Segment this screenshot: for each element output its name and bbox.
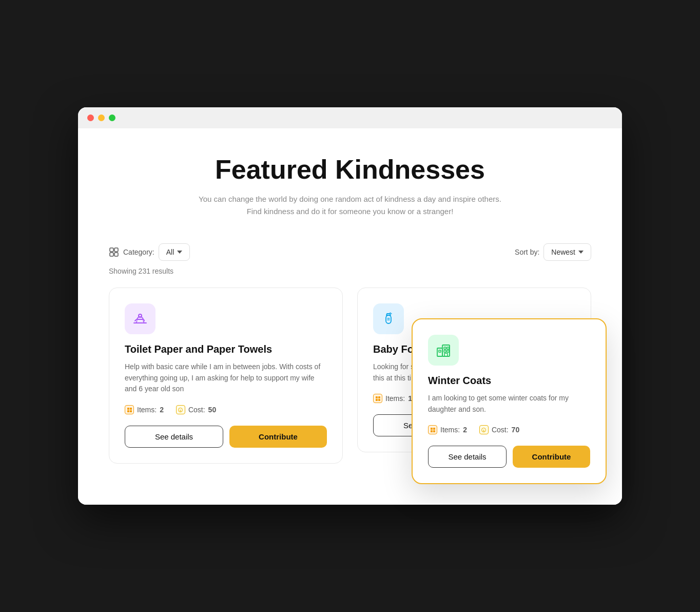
svg-rect-29 bbox=[433, 430, 435, 432]
card-title-1: Toilet Paper and Paper Towels bbox=[125, 343, 327, 355]
traffic-light-red[interactable] bbox=[87, 114, 94, 121]
category-select[interactable]: All bbox=[159, 243, 190, 261]
results-count: Showing 231 results bbox=[109, 267, 591, 275]
sort-label: Sort by: bbox=[515, 248, 539, 256]
details-button-1[interactable]: See details bbox=[125, 426, 223, 448]
cost-icon-3: $ bbox=[479, 425, 489, 434]
card-icon-wrapper-1 bbox=[125, 303, 155, 334]
svg-rect-27 bbox=[433, 428, 435, 430]
items-meta-2: Items: 1 bbox=[373, 394, 412, 403]
page-subtitle: You can change the world by doing one ra… bbox=[109, 193, 591, 218]
svg-rect-6 bbox=[130, 408, 132, 410]
card-toilet-paper: Toilet Paper and Paper Towels Help with … bbox=[109, 288, 343, 464]
cost-meta-1: $ Cost: 50 bbox=[176, 405, 216, 414]
items-meta-1: Items: 2 bbox=[125, 405, 164, 414]
browser-titlebar bbox=[78, 107, 622, 128]
svg-rect-14 bbox=[376, 399, 378, 401]
card-actions-1: See details Contribute bbox=[125, 426, 327, 448]
svg-rect-26 bbox=[431, 428, 433, 430]
category-chevron-icon bbox=[177, 251, 182, 254]
svg-rect-7 bbox=[127, 410, 129, 412]
card-description-1: Help with basic care while I am in betwe… bbox=[125, 361, 327, 395]
svg-rect-15 bbox=[378, 399, 380, 401]
contribute-button-1[interactable]: Contribute bbox=[229, 426, 327, 448]
category-icon bbox=[109, 247, 119, 257]
traffic-light-green[interactable] bbox=[109, 114, 115, 121]
svg-point-4 bbox=[139, 314, 142, 317]
svg-rect-2 bbox=[110, 253, 113, 256]
svg-rect-21 bbox=[444, 347, 446, 349]
category-filter: Category: All bbox=[109, 243, 190, 261]
svg-rect-12 bbox=[376, 396, 378, 398]
card-description-3: I am looking to get some winter coats fo… bbox=[428, 393, 590, 415]
page-title: Featured Kindnesses bbox=[109, 154, 591, 185]
sort-select[interactable]: Newest bbox=[543, 243, 591, 261]
svg-rect-8 bbox=[130, 410, 132, 412]
items-value-1: 2 bbox=[160, 406, 164, 414]
page-header: Featured Kindnesses You can change the w… bbox=[109, 154, 591, 218]
svg-rect-5 bbox=[127, 408, 129, 410]
cost-label-3: Cost: bbox=[492, 426, 509, 434]
svg-rect-28 bbox=[431, 430, 433, 432]
card-winter-coats: Winter Coats I am looking to get some wi… bbox=[412, 318, 607, 484]
svg-rect-22 bbox=[447, 347, 449, 349]
items-label-2: Items: bbox=[385, 394, 405, 403]
browser-content: Featured Kindnesses You can change the w… bbox=[78, 128, 622, 505]
sort-row: Sort by: Newest bbox=[515, 243, 591, 261]
traffic-light-yellow[interactable] bbox=[98, 114, 105, 121]
items-icon-2 bbox=[373, 394, 382, 403]
svg-rect-1 bbox=[114, 248, 118, 252]
items-icon-1 bbox=[125, 405, 134, 414]
cost-meta-3: $ Cost: 70 bbox=[479, 425, 519, 434]
card-actions-3: See details Contribute bbox=[428, 446, 590, 468]
svg-rect-3 bbox=[114, 253, 118, 256]
card-title-3: Winter Coats bbox=[428, 375, 590, 387]
details-button-3[interactable]: See details bbox=[428, 446, 507, 468]
cards-row: Toilet Paper and Paper Towels Help with … bbox=[109, 288, 591, 464]
svg-rect-23 bbox=[444, 350, 446, 352]
cost-value-1: 50 bbox=[208, 406, 217, 414]
sort-chevron-icon bbox=[578, 251, 584, 254]
items-label-1: Items: bbox=[137, 406, 157, 414]
svg-rect-20 bbox=[439, 350, 441, 352]
card-icon-wrapper-2 bbox=[373, 303, 404, 334]
items-icon-3 bbox=[428, 425, 437, 434]
svg-rect-11 bbox=[386, 315, 391, 323]
cost-icon-1: $ bbox=[176, 405, 185, 414]
category-label: Category: bbox=[123, 248, 154, 256]
filters-row: Category: All Sort by: Newest bbox=[109, 243, 591, 261]
card-icon-wrapper-3 bbox=[428, 335, 459, 366]
cost-label-1: Cost: bbox=[188, 406, 205, 414]
items-value-3: 2 bbox=[463, 426, 467, 434]
items-label-3: Items: bbox=[440, 426, 460, 434]
card-meta-3: Items: 2 $ Cost: 70 bbox=[428, 425, 590, 434]
items-meta-3: Items: 2 bbox=[428, 425, 467, 434]
svg-rect-13 bbox=[378, 396, 380, 398]
svg-rect-25 bbox=[444, 353, 448, 356]
svg-rect-0 bbox=[110, 248, 113, 252]
card-meta-1: Items: 2 $ Cost: 50 bbox=[125, 405, 327, 414]
cost-value-3: 70 bbox=[512, 426, 520, 434]
svg-rect-24 bbox=[447, 350, 449, 352]
contribute-button-3[interactable]: Contribute bbox=[513, 446, 590, 468]
browser-window: Featured Kindnesses You can change the w… bbox=[78, 107, 622, 505]
